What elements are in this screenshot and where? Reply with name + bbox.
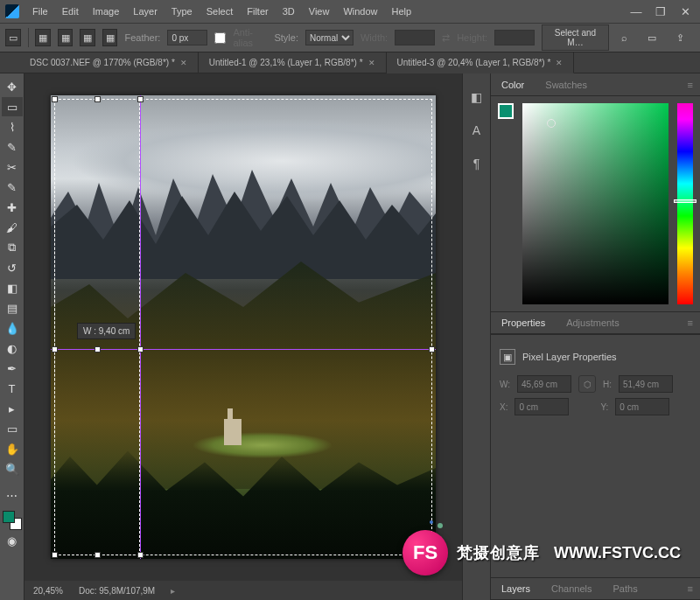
handle-tl[interactable] bbox=[52, 96, 58, 102]
prop-h-input[interactable] bbox=[619, 375, 673, 393]
feather-input[interactable] bbox=[167, 30, 207, 45]
link-wh-icon[interactable]: ⬡ bbox=[578, 375, 596, 393]
select-and-mask-button[interactable]: Select and M… bbox=[542, 24, 609, 51]
tab-layers[interactable]: Layers bbox=[491, 578, 541, 599]
menu-view[interactable]: View bbox=[303, 3, 336, 20]
menu-filter[interactable]: Filter bbox=[241, 3, 274, 20]
tool-preset-icon[interactable]: ▭ bbox=[5, 29, 21, 46]
share-icon[interactable]: ⇪ bbox=[672, 30, 688, 45]
tab-properties[interactable]: Properties bbox=[491, 312, 556, 333]
crop-tool[interactable]: ✂ bbox=[2, 157, 23, 177]
tab-paths[interactable]: Paths bbox=[603, 578, 648, 599]
subtract-selection-icon[interactable]: ▦ bbox=[80, 29, 95, 46]
zoom-tool[interactable]: 🔍 bbox=[2, 459, 23, 478]
type-tool[interactable]: T bbox=[2, 379, 23, 398]
close-icon[interactable]: ✕ bbox=[368, 59, 375, 67]
style-select[interactable]: Normal bbox=[305, 30, 354, 45]
picker-cursor-icon[interactable] bbox=[547, 119, 556, 128]
handle-ml[interactable] bbox=[52, 346, 58, 352]
handle-mr[interactable] bbox=[137, 346, 144, 352]
document-tabs: DSC 0037.NEF @ 1770% (RGB/8*) *✕ Untitle… bbox=[0, 52, 700, 73]
add-selection-icon[interactable]: ▦ bbox=[58, 29, 74, 46]
healing-tool[interactable]: ✚ bbox=[2, 198, 23, 217]
color-picker-field[interactable] bbox=[522, 103, 668, 304]
menu-select[interactable]: Select bbox=[200, 3, 240, 20]
panel-icon-1[interactable]: ◧ bbox=[469, 89, 485, 105]
dodge-tool[interactable]: ◐ bbox=[2, 338, 23, 358]
quick-select-tool[interactable]: ✎ bbox=[2, 137, 23, 157]
status-arrow-icon[interactable]: ▸ bbox=[171, 586, 175, 596]
close-button[interactable]: ✕ bbox=[679, 5, 691, 17]
hue-slider[interactable] bbox=[677, 103, 693, 304]
brush-tool[interactable]: 🖌 bbox=[2, 218, 23, 237]
move-tool[interactable]: ✥ bbox=[2, 77, 23, 96]
guide-vertical[interactable] bbox=[140, 95, 141, 559]
eyedropper-tool[interactable]: ✎ bbox=[2, 178, 23, 197]
pen-tool[interactable]: ✒ bbox=[2, 359, 23, 378]
lasso-tool[interactable]: ⌇ bbox=[2, 117, 23, 136]
tab-1[interactable]: Untitled-1 @ 23,1% (Layer 1, RGB/8*) *✕ bbox=[199, 52, 387, 73]
feather-label: Feather: bbox=[124, 32, 160, 43]
tab-swatches[interactable]: Swatches bbox=[535, 74, 598, 95]
maximize-button[interactable]: ❐ bbox=[654, 5, 667, 17]
foreground-color[interactable] bbox=[498, 103, 517, 122]
hand-tool[interactable]: ✋ bbox=[2, 439, 23, 458]
handle-outer-mr[interactable] bbox=[429, 346, 435, 352]
menu-layer[interactable]: Layer bbox=[127, 3, 164, 20]
panel-menu-icon[interactable]: ≡ bbox=[681, 74, 700, 95]
eraser-tool[interactable]: ◧ bbox=[2, 278, 23, 297]
panel-icon-3[interactable]: ¶ bbox=[469, 156, 485, 171]
document-canvas[interactable]: W : 9,40 cm bbox=[51, 95, 436, 559]
close-icon[interactable]: ✕ bbox=[180, 59, 187, 67]
blur-tool[interactable]: 💧 bbox=[2, 318, 23, 338]
panel-menu-icon[interactable]: ≡ bbox=[681, 578, 700, 599]
tab-channels[interactable]: Channels bbox=[541, 578, 602, 599]
handle-mc[interactable] bbox=[94, 346, 101, 352]
handle-tm[interactable] bbox=[94, 96, 101, 102]
menu-window[interactable]: Window bbox=[337, 3, 383, 20]
minimize-button[interactable]: — bbox=[630, 5, 642, 17]
tab-adjustments[interactable]: Adjustments bbox=[556, 312, 630, 333]
prop-x-label: X: bbox=[500, 402, 508, 412]
shape-tool[interactable]: ▭ bbox=[2, 419, 23, 438]
menu-edit[interactable]: Edit bbox=[56, 3, 85, 20]
handle-br[interactable] bbox=[137, 552, 144, 558]
tab-0[interactable]: DSC 0037.NEF @ 1770% (RGB/8*) *✕ bbox=[19, 52, 199, 73]
handle-bm[interactable] bbox=[94, 552, 101, 558]
gradient-tool[interactable]: ▤ bbox=[2, 298, 23, 317]
new-selection-icon[interactable]: ▦ bbox=[35, 29, 51, 46]
color-swatch[interactable] bbox=[3, 511, 22, 530]
style-label: Style: bbox=[274, 32, 298, 43]
history-brush-tool[interactable]: ↺ bbox=[2, 258, 23, 277]
menu-3d[interactable]: 3D bbox=[276, 3, 301, 20]
tab-2[interactable]: Untitled-3 @ 20,4% (Layer 1, RGB/8*) *✕ bbox=[387, 52, 575, 73]
prop-x-input[interactable] bbox=[514, 398, 569, 415]
edit-toolbar-icon[interactable]: ⋯ bbox=[2, 485, 23, 505]
intersect-selection-icon[interactable]: ▦ bbox=[102, 29, 118, 46]
anti-alias-checkbox[interactable] bbox=[214, 32, 226, 44]
doc-size: Doc: 95,8M/107,9M bbox=[79, 586, 155, 596]
marquee-tool[interactable]: ▭ bbox=[2, 97, 23, 116]
hue-handle[interactable] bbox=[674, 199, 696, 203]
prop-w-input[interactable] bbox=[517, 375, 571, 393]
stamp-tool[interactable]: ⧉ bbox=[2, 238, 23, 257]
tools-panel: ✥ ▭ ⌇ ✎ ✂ ✎ ✚ 🖌 ⧉ ↺ ◧ ▤ 💧 ◐ ✒ T ▸ ▭ ✋ 🔍 … bbox=[0, 73, 24, 600]
workspace-icon[interactable]: ▭ bbox=[644, 30, 660, 45]
menu-file[interactable]: File bbox=[26, 3, 54, 20]
path-select-tool[interactable]: ▸ bbox=[2, 399, 23, 418]
handle-bl[interactable] bbox=[52, 552, 58, 558]
prop-y-label: Y: bbox=[600, 402, 608, 412]
collapsed-panels: ◧ A ¶ bbox=[462, 73, 490, 600]
quick-mask-icon[interactable]: ◉ bbox=[2, 531, 23, 550]
menu-help[interactable]: Help bbox=[386, 3, 418, 20]
menu-type[interactable]: Type bbox=[165, 3, 199, 20]
zoom-level[interactable]: 20,45% bbox=[33, 586, 63, 596]
menu-image[interactable]: Image bbox=[87, 3, 126, 20]
panel-menu-icon[interactable]: ≡ bbox=[681, 312, 700, 333]
prop-y-input[interactable] bbox=[615, 398, 669, 415]
panel-icon-2[interactable]: A bbox=[469, 122, 485, 138]
handle-tr[interactable] bbox=[137, 96, 144, 102]
search-icon[interactable]: ⌕ bbox=[616, 30, 632, 45]
close-icon[interactable]: ✕ bbox=[556, 59, 563, 67]
tab-color[interactable]: Color bbox=[491, 74, 535, 95]
